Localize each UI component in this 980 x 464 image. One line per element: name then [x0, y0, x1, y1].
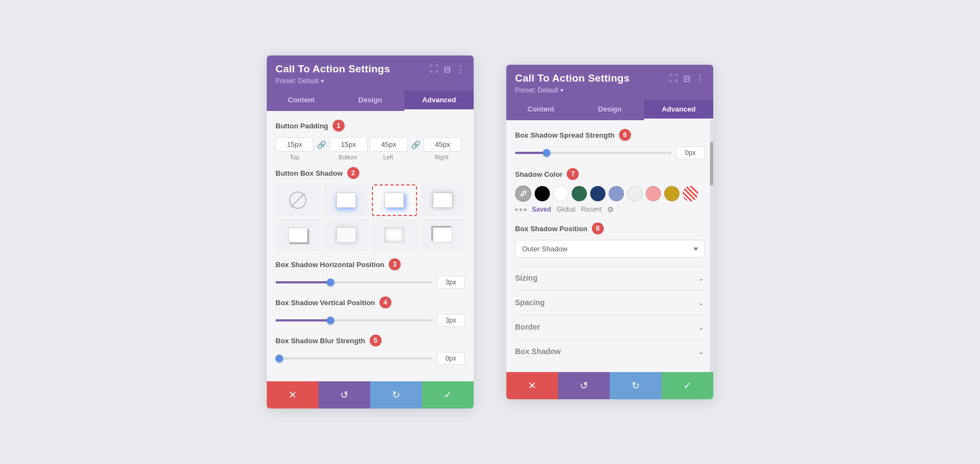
shadow-bottom-right[interactable] — [372, 184, 417, 216]
cancel-button-right[interactable]: ✕ — [506, 372, 558, 399]
left-panel-preset[interactable]: Preset: Default ▾ — [275, 77, 465, 85]
cancel-button-left[interactable]: ✕ — [267, 381, 318, 409]
confirm-icon-left: ✓ — [444, 389, 452, 401]
color-light-blue[interactable] — [609, 186, 624, 201]
color-more-dots[interactable] — [515, 208, 526, 211]
color-tab-global[interactable]: Global — [556, 206, 575, 213]
badge-5: 5 — [370, 335, 382, 347]
right-panel: Call To Action Settings ⛶ ⊟ ⋮ Preset: De… — [506, 65, 713, 399]
color-gold[interactable] — [664, 186, 679, 201]
left-panel-header: Call To Action Settings ⛶ ⊟ ⋮ Preset: De… — [267, 55, 474, 90]
layout-icon[interactable]: ⊟ — [444, 64, 451, 75]
badge-8: 8 — [592, 222, 604, 234]
badge-2: 2 — [347, 167, 359, 179]
vertical-slider-track[interactable] — [275, 319, 432, 321]
shadow-color-section: Shadow Color 7 — [515, 168, 705, 214]
horizontal-slider-track[interactable] — [275, 281, 432, 283]
color-swatches-row — [515, 185, 705, 202]
tab-design-left[interactable]: Design — [336, 90, 405, 111]
layout-icon-right[interactable]: ⊟ — [683, 73, 690, 84]
right-panel-body: Box Shadow Spread Strength 6 0px Shadow … — [506, 120, 713, 372]
shadow-inset[interactable] — [372, 219, 417, 251]
right-panel-footer: ✕ ↺ ↻ ✓ — [506, 372, 713, 399]
shadow-preview-top-left — [433, 227, 452, 243]
tab-advanced-left[interactable]: Advanced — [405, 90, 474, 111]
blur-slider-thumb[interactable] — [275, 355, 283, 362]
undo-icon-right: ↺ — [580, 380, 588, 392]
color-red-stripe[interactable] — [683, 186, 698, 201]
shadow-grid — [275, 184, 465, 251]
blur-slider-row: 0px — [275, 352, 465, 365]
color-black[interactable] — [535, 186, 550, 201]
shadow-none[interactable] — [275, 184, 321, 216]
color-pink[interactable] — [646, 186, 661, 201]
tab-content-right[interactable]: Content — [506, 100, 575, 120]
shadow-preview-corner — [288, 227, 308, 243]
color-white[interactable] — [553, 186, 568, 201]
label-top: Top — [275, 154, 314, 160]
border-section[interactable]: Border ⌄ — [515, 314, 705, 339]
right-panel-tabs: Content Design Advanced — [506, 100, 713, 120]
shadow-preview — [336, 193, 356, 208]
undo-button-left[interactable]: ↺ — [318, 381, 370, 409]
tab-advanced-right[interactable]: Advanced — [644, 100, 713, 120]
shadow-position-select[interactable]: Outer Shadow Inner Shadow — [515, 240, 705, 258]
undo-icon-left: ↺ — [340, 389, 348, 401]
right-panel-preset[interactable]: Preset: Default ▾ — [515, 86, 705, 94]
redo-button-left[interactable]: ↻ — [370, 381, 422, 409]
left-panel-header-icons: ⛶ ⊟ ⋮ — [430, 64, 465, 75]
color-dark-green[interactable] — [572, 186, 587, 201]
vertical-slider-value: 3px — [437, 314, 465, 327]
box-shadow-section[interactable]: Box Shadow ⌄ — [515, 339, 705, 363]
shadow-position-section: Box Shadow Position 8 Outer Shadow Inner… — [515, 222, 705, 258]
color-tab-saved[interactable]: Saved — [532, 206, 551, 213]
scrollbar-thumb[interactable] — [710, 142, 713, 185]
vertical-position-section: Box Shadow Vertical Position 4 3px — [275, 296, 465, 327]
shadow-color-label: Shadow Color 7 — [515, 168, 705, 180]
horizontal-slider-value: 3px — [437, 276, 465, 289]
color-light-gray[interactable] — [627, 186, 642, 201]
link-top-bottom-icon[interactable]: 🔗 — [316, 140, 327, 149]
vertical-position-label: Box Shadow Vertical Position 4 — [275, 296, 465, 308]
blur-slider-value: 0px — [437, 352, 465, 365]
shadow-top-left[interactable] — [420, 219, 465, 251]
fullscreen-icon[interactable]: ⛶ — [430, 64, 438, 74]
redo-icon-right: ↻ — [632, 380, 640, 392]
redo-button-right[interactable]: ↻ — [610, 372, 661, 399]
color-dark-blue[interactable] — [590, 186, 605, 201]
vertical-slider-thumb[interactable] — [327, 317, 334, 324]
more-icon-right[interactable]: ⋮ — [696, 73, 705, 84]
link-left-right-icon[interactable]: 🔗 — [410, 140, 421, 149]
spread-slider-track[interactable] — [515, 152, 672, 154]
spread-slider-thumb[interactable] — [543, 149, 550, 157]
color-tab-recent[interactable]: Recent — [581, 206, 602, 213]
tab-content-left[interactable]: Content — [267, 90, 336, 111]
sizing-section[interactable]: Sizing ⌄ — [515, 265, 705, 290]
badge-4: 4 — [379, 296, 391, 308]
badge-3: 3 — [389, 258, 401, 270]
padding-top-input[interactable] — [275, 137, 314, 152]
tab-design-right[interactable]: Design — [575, 100, 645, 120]
shadow-full[interactable] — [420, 184, 465, 216]
label-bottom: Bottom — [329, 154, 367, 160]
eyedropper-button[interactable] — [515, 185, 531, 202]
padding-left-input[interactable] — [370, 137, 408, 152]
more-icon[interactable]: ⋮ — [456, 64, 465, 75]
padding-row: 🔗 🔗 — [275, 137, 465, 152]
right-panel-title: Call To Action Settings — [515, 72, 629, 84]
padding-bottom-input[interactable] — [329, 137, 367, 152]
shadow-bottom-light[interactable] — [324, 184, 369, 216]
spacing-section[interactable]: Spacing ⌄ — [515, 290, 705, 314]
color-settings-icon[interactable]: ⚙ — [607, 205, 614, 214]
padding-right-input[interactable] — [424, 137, 462, 152]
blur-slider-track[interactable] — [275, 357, 432, 360]
confirm-button-left[interactable]: ✓ — [422, 381, 474, 409]
fullscreen-icon-right[interactable]: ⛶ — [669, 73, 678, 83]
horizontal-slider-thumb[interactable] — [327, 279, 334, 286]
confirm-button-right[interactable]: ✓ — [661, 372, 713, 399]
undo-button-right[interactable]: ↺ — [558, 372, 610, 399]
shadow-bottom-right-corner[interactable] — [275, 219, 321, 251]
badge-6: 6 — [619, 129, 631, 141]
shadow-all-2[interactable] — [324, 219, 369, 251]
vertical-slider-row: 3px — [275, 314, 465, 327]
